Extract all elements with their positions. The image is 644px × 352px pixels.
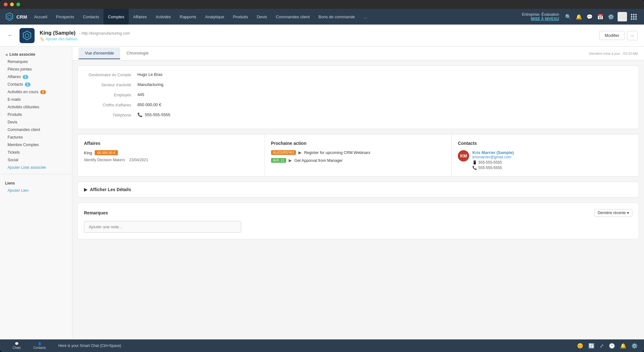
bell-bottom-icon[interactable]: 🔔 bbox=[620, 343, 626, 349]
notes-section: Remarques Dernière récente ▾ bbox=[77, 202, 639, 239]
nav-item-more[interactable]: ... bbox=[359, 9, 371, 25]
action-icon-2: ▶ bbox=[289, 158, 292, 163]
sidebar-item-pieces-jointes[interactable]: Pièces jointes bbox=[0, 65, 72, 73]
contact-avatar: KM bbox=[458, 150, 469, 162]
telephone-label: Téléphone bbox=[87, 112, 137, 117]
notes-filter-dropdown[interactable]: Dernière récente ▾ bbox=[594, 209, 632, 217]
notifications-icon[interactable]: 🔔 bbox=[574, 11, 584, 22]
contact-info: KM Kris Marrier (Sample) krismarrier@gma… bbox=[458, 150, 632, 170]
minimize-button[interactable] bbox=[10, 3, 14, 6]
nav-item-commandes[interactable]: Commandes client bbox=[271, 9, 314, 25]
more-options-button[interactable]: ··· bbox=[627, 31, 638, 40]
nav-item-prospects[interactable]: Prospects bbox=[52, 9, 79, 25]
details-section: ▶ Afficher Les Détails bbox=[77, 182, 639, 197]
notes-input[interactable] bbox=[84, 221, 241, 233]
action-text-1: Register for upcoming CRM Webinars bbox=[304, 150, 370, 155]
sidebar-item-remarques[interactable]: Remarques bbox=[0, 58, 72, 65]
contacts-card: Contacts KM Kris Marrier (Sample) krisma… bbox=[452, 134, 639, 176]
add-list-link[interactable]: Ajouter Liste associée bbox=[0, 164, 72, 171]
sidebar-divider bbox=[0, 174, 72, 174]
deal-amount-badge: 60.000,00 € bbox=[95, 150, 118, 155]
expand-icon[interactable]: ⤢ bbox=[600, 343, 604, 349]
emoji-icon[interactable]: 😊 bbox=[577, 343, 583, 349]
gestionnaire-row: Gestionnaire du Compte Hugo Le Bras bbox=[87, 72, 629, 77]
subheader-actions: Modifier ··· bbox=[599, 31, 638, 40]
nav-item-accueil[interactable]: Accueil bbox=[30, 9, 52, 25]
bottom-right-icons: 😊 🔄 ⤢ 🕐 🔔 ⚙️ bbox=[577, 343, 638, 349]
sidebar-item-activites-cloturees[interactable]: Activités clôturées bbox=[0, 103, 72, 111]
sidebar-item-activites-en-cours[interactable]: Activités en cours 2 bbox=[0, 88, 72, 96]
settings-bottom-icon[interactable]: ⚙️ bbox=[631, 343, 638, 349]
secteur-label: Secteur d'activité bbox=[87, 82, 137, 87]
tab-vue-densemble[interactable]: Vue d'ensemble bbox=[79, 48, 120, 59]
deal-name-row: King 60.000,00 € bbox=[84, 150, 258, 155]
sidebar-item-membre-comptes[interactable]: Membre Comptes bbox=[0, 141, 72, 149]
nav-item-devis[interactable]: Devis bbox=[253, 9, 272, 25]
chiffre-label: Chiffre d'affaires bbox=[87, 102, 137, 107]
secteur-row: Secteur d'activité Manufacturing bbox=[87, 82, 629, 87]
user-avatar[interactable] bbox=[618, 12, 627, 21]
chat-bottom-icon: 💬 bbox=[15, 342, 19, 345]
company-name: King (Sample) bbox=[40, 30, 75, 36]
nav-item-bons[interactable]: Bons de commande bbox=[314, 9, 359, 25]
action-badge-avr: AVR. 21 bbox=[271, 158, 286, 163]
sidebar-item-affaires[interactable]: Affaires 1 bbox=[0, 73, 72, 81]
back-button[interactable]: ← bbox=[6, 31, 14, 40]
sidebar-item-tickets[interactable]: Tickets bbox=[0, 149, 72, 156]
chat-icon[interactable]: 💬 bbox=[584, 11, 595, 22]
bottom-bar: 💬 Chats 👤 Contacts Here is your Smart Ch… bbox=[0, 339, 644, 352]
smart-chat-text: Here is your Smart Chat (Ctrl+Space) bbox=[52, 343, 577, 348]
clock-icon[interactable]: 🕐 bbox=[609, 343, 615, 349]
titlebar bbox=[0, 0, 644, 9]
upgrade-link[interactable]: MISE À NIVEAU bbox=[522, 17, 559, 21]
contact-email[interactable]: krismarrier@gmail.com bbox=[472, 155, 514, 159]
close-button[interactable] bbox=[4, 3, 8, 6]
sidebar-item-factures[interactable]: Factures bbox=[0, 133, 72, 141]
details-title[interactable]: ▶ Afficher Les Détails bbox=[84, 187, 632, 192]
action-text-2: Get Apporval from Manager bbox=[294, 158, 343, 163]
nav-item-produits[interactable]: Produits bbox=[229, 9, 253, 25]
contact-phone: 📞 555-555-5555 bbox=[472, 166, 514, 170]
tab-chronologie[interactable]: Chronologie bbox=[120, 48, 155, 59]
nav-item-rapports[interactable]: Rapports bbox=[175, 9, 201, 25]
sidebar-item-emails[interactable]: E-mails bbox=[0, 96, 72, 103]
telephone-value: 📞 555-555-5555 bbox=[137, 112, 170, 117]
sidebar-item-commandes-client[interactable]: Commandes client bbox=[0, 126, 72, 133]
nav-item-contacts[interactable]: Contacts bbox=[79, 9, 103, 25]
refresh-icon[interactable]: 🔄 bbox=[588, 343, 595, 349]
apps-grid-icon[interactable] bbox=[628, 11, 639, 22]
add-tag-label: Ajouter des balises bbox=[46, 37, 77, 41]
dropdown-chevron-icon: ▾ bbox=[627, 211, 629, 215]
prochaine-action-title: Prochaine action bbox=[271, 141, 445, 146]
add-link[interactable]: Ajouter Lien bbox=[0, 187, 72, 194]
bottom-contacts[interactable]: 👤 Contacts bbox=[27, 342, 52, 349]
maximize-button[interactable] bbox=[16, 3, 20, 6]
nav-item-analytique[interactable]: Analytique bbox=[201, 9, 229, 25]
nav-item-comptes[interactable]: Comptes bbox=[103, 9, 129, 25]
calendar-icon[interactable]: 📅 bbox=[595, 11, 606, 22]
add-tag[interactable]: 🏷️ Ajouter des balises bbox=[40, 37, 594, 41]
nav-logo-text: CRM bbox=[16, 14, 27, 20]
affaires-badge: 1 bbox=[23, 75, 28, 79]
sidebar-item-produits[interactable]: Produits bbox=[0, 111, 72, 118]
deal-sub: Identify Decision Makers 23/04/2021 bbox=[84, 158, 258, 162]
company-logo bbox=[19, 28, 35, 43]
employes-label: Employés bbox=[87, 92, 137, 97]
nav-item-activites[interactable]: Activités bbox=[151, 9, 175, 25]
contact-name[interactable]: Kris Marrier (Sample) bbox=[472, 150, 514, 155]
action-badge-today: AUJOURD'HUI bbox=[271, 150, 296, 155]
search-icon[interactable]: 🔍 bbox=[563, 11, 574, 22]
nav-logo[interactable]: CRM bbox=[5, 12, 27, 21]
nav-item-affaires[interactable]: Affaires bbox=[129, 9, 151, 25]
prochaine-action-card: Prochaine action AUJOURD'HUI ▶ Register … bbox=[265, 134, 452, 176]
sidebar-item-social[interactable]: Social bbox=[0, 156, 72, 164]
subheader: ← King (Sample) - http://kingmanufacturi… bbox=[0, 25, 644, 47]
contacts-title: Contacts bbox=[458, 141, 632, 146]
settings-icon[interactable]: ⚙️ bbox=[606, 11, 616, 22]
modifier-button[interactable]: Modifier bbox=[599, 31, 625, 40]
tabs: Vue d'ensemble Chronologie bbox=[79, 48, 155, 59]
sidebar-item-contacts[interactable]: Contacts 1 bbox=[0, 81, 72, 88]
sidebar-item-devis[interactable]: Devis bbox=[0, 118, 72, 126]
gestionnaire-label: Gestionnaire du Compte bbox=[87, 72, 137, 77]
bottom-chat[interactable]: 💬 Chats bbox=[6, 342, 27, 349]
